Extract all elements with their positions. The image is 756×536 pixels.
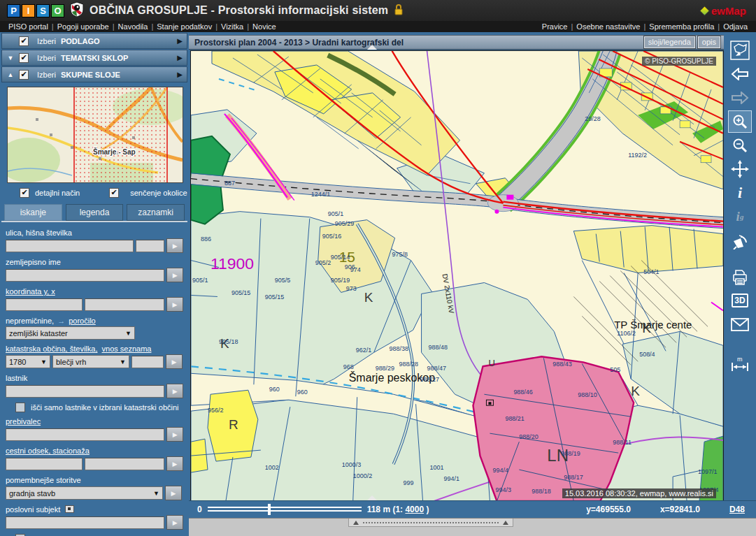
menu-item[interactable]: Vizitka: [221, 22, 243, 31]
shading-checkbox[interactable]: ✔: [109, 188, 119, 198]
geoname-input[interactable]: [6, 269, 164, 282]
ko-number-select[interactable]: 1780▼: [6, 355, 50, 368]
description-button[interactable]: opis: [698, 36, 720, 48]
house-number-input[interactable]: [136, 240, 165, 252]
parcel-search-button[interactable]: ▶: [166, 354, 183, 369]
map-label: 508/4: [639, 351, 655, 358]
datum-link[interactable]: D48: [729, 505, 745, 514]
street-input[interactable]: [6, 240, 134, 252]
services-select[interactable]: gradnja stavb▼: [6, 486, 163, 500]
owner-input[interactable]: [6, 385, 164, 398]
map-label: 988/17: [564, 474, 583, 481]
services-label: pomembnejše storitve: [6, 476, 183, 484]
map-label: 905/2: [315, 259, 331, 266]
overview-map[interactable]: Šmarje - Sap: [7, 87, 183, 183]
piso-logo[interactable]: P I S O: [7, 4, 64, 17]
mail-tool[interactable]: [728, 313, 752, 335]
menu-item[interactable]: Osebne nastavitve: [576, 22, 640, 31]
layer-selector-label: Izberi PODLAGO: [37, 37, 100, 45]
map-canvas[interactable]: 1190015KKKKLNRUŠmarje peskokopTP Šmarje …: [190, 50, 724, 502]
zoom-out-tool[interactable]: [728, 134, 752, 157]
map-label: 988/46: [513, 389, 532, 396]
tab-zaznamki[interactable]: zaznamki: [127, 204, 185, 221]
menu-item[interactable]: PISO portal: [8, 22, 48, 31]
scale-slider-handle[interactable]: [268, 504, 271, 515]
scale-slider[interactable]: [208, 504, 362, 515]
list-entry-link[interactable]: vnos seznama: [102, 345, 152, 353]
map-label: 905/1: [192, 277, 208, 284]
top-panel-collapse-handle[interactable]: [367, 45, 377, 50]
resident-input[interactable]: [6, 428, 164, 441]
bottom-panel-collapse-handle[interactable]: [367, 495, 377, 500]
parcel-number-input[interactable]: [131, 356, 164, 368]
gps-tool[interactable]: [728, 229, 752, 252]
info-tool[interactable]: i: [728, 182, 752, 204]
pan-tool[interactable]: [728, 158, 752, 180]
road-search-button[interactable]: ▶: [166, 456, 183, 471]
expand-arrow-icon[interactable]: ▶: [177, 37, 183, 45]
coordinate-search-button[interactable]: ▶: [166, 297, 183, 312]
menu-item[interactable]: Odjava: [723, 22, 748, 31]
measure-tool[interactable]: m: [728, 352, 752, 375]
menu-item[interactable]: Sprememba profila: [649, 22, 714, 31]
bottom-drawer: [189, 518, 756, 536]
coordinate-x-input[interactable]: [85, 298, 165, 311]
ko-name-select[interactable]: blečji vrh▼: [52, 355, 129, 368]
business-search-button[interactable]: ▶: [166, 515, 183, 530]
layer-checkbox[interactable]: ✔: [19, 70, 29, 80]
layers-legend-button[interactable]: sloji/legenda: [644, 36, 695, 48]
lock-icon: [394, 3, 404, 18]
3d-view-tool[interactable]: 3D: [728, 289, 752, 312]
drawer-expand-handle[interactable]: [348, 519, 513, 527]
expand-arrow-icon[interactable]: ▶: [177, 54, 183, 61]
layer-checkbox[interactable]: ✔: [19, 53, 29, 63]
search-form: ulica, hišna številka ▶ zemljepisno ime …: [0, 222, 189, 536]
tab-legenda[interactable]: legenda: [66, 204, 124, 221]
coordinate-y-input[interactable]: [6, 298, 83, 311]
cadastre-select[interactable]: zemljiški kataster▼: [6, 326, 135, 340]
layer-selector-bar[interactable]: ✔Izberi PODLAGO▶: [1, 33, 187, 49]
map-label: 886: [201, 236, 211, 242]
scale-value-link[interactable]: 4000: [405, 505, 424, 514]
overview-map-tool[interactable]: [728, 39, 752, 61]
map-pink-zone: [473, 356, 634, 501]
zoom-in-tool[interactable]: [728, 110, 752, 133]
services-search-button[interactable]: ▶: [165, 486, 182, 500]
road-section-input[interactable]: [6, 458, 83, 470]
geoname-search-button[interactable]: ▶: [166, 268, 183, 282]
report-link[interactable]: poročilo: [69, 317, 96, 325]
owner-search-button[interactable]: ▶: [166, 384, 183, 398]
street-search-button[interactable]: ▶: [166, 238, 183, 253]
detail-mode-checkbox[interactable]: ✔: [20, 188, 29, 198]
menu-item[interactable]: Navodila: [118, 22, 148, 31]
menu-item[interactable]: Novice: [252, 22, 276, 31]
collapse-triangle-icon[interactable]: ▼: [2, 55, 19, 61]
map-label: 956/2: [208, 407, 223, 414]
back-arrow-icon[interactable]: [728, 63, 752, 85]
tab-iskanje[interactable]: iskanje: [4, 204, 62, 221]
business-info-icon[interactable]: [65, 505, 74, 513]
map-label: 905/15: [231, 289, 250, 296]
menu-item[interactable]: Stanje podatkov: [157, 22, 212, 31]
resident-search-button[interactable]: ▶: [166, 427, 183, 442]
app-header: P I S O OBČINA GROSUPLJE - Prostorski in…: [0, 0, 756, 21]
map-label: 1000/2: [353, 472, 372, 479]
layer-checkbox[interactable]: ✔: [19, 36, 29, 46]
road-station-input[interactable]: [85, 458, 165, 470]
menu-separator: |: [718, 22, 720, 31]
menu-item[interactable]: Pogoji uporabe: [57, 22, 109, 31]
collapse-triangle-icon[interactable]: ▲: [2, 71, 19, 78]
owner-scope-checkbox[interactable]: [15, 403, 25, 412]
layer-selector-bar[interactable]: ▲✔Izberi SKUPNE SLOJE▶: [1, 66, 187, 82]
print-tool[interactable]: [728, 266, 752, 288]
map-label: 994/1: [444, 475, 459, 482]
street-label: ulica, hišna številka: [6, 229, 183, 237]
scale-zero-label: 0: [197, 505, 202, 514]
map-label: 968: [343, 363, 354, 370]
layer-selector-bar[interactable]: ▼✔Izberi TEMATSKI SKLOP▶: [1, 50, 187, 66]
menu-item[interactable]: Pravice: [542, 22, 568, 31]
business-input[interactable]: [6, 516, 164, 529]
map-label: 999: [404, 479, 414, 486]
expand-arrow-icon[interactable]: ▶: [177, 71, 183, 78]
sidebar-tabs: iskanjelegendazaznamki: [4, 204, 185, 221]
